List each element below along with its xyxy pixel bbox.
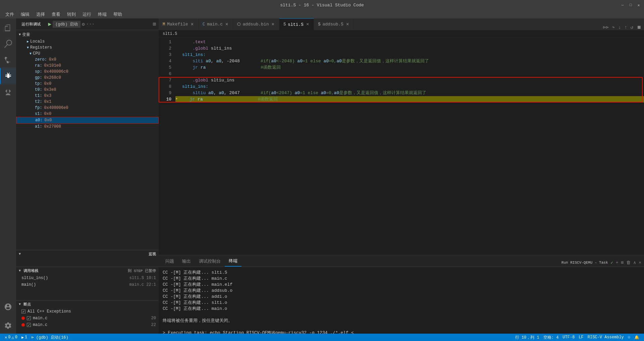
variables-header[interactable]: ▼ 变量 bbox=[16, 31, 159, 39]
status-line-ending[interactable]: LF bbox=[577, 335, 585, 340]
status-debug-active[interactable]: ▶ 1 bbox=[19, 335, 29, 340]
status-row-col[interactable]: 行 10，列 1 bbox=[513, 335, 541, 340]
breakpoints-header[interactable]: ▼ 断点 bbox=[16, 300, 159, 308]
cpu-item[interactable]: ▼ CPU bbox=[16, 51, 159, 57]
code-line-3: slti_ins: bbox=[175, 52, 644, 58]
register-item-t0[interactable]: t0:0x3e8 bbox=[16, 87, 159, 93]
debug-restart-icon[interactable]: ↺ bbox=[631, 24, 633, 30]
panel-tab-debug-console[interactable]: 调试控制台 bbox=[195, 256, 225, 267]
debug-step-over-icon[interactable]: ↷ bbox=[612, 24, 614, 30]
bp-check-1[interactable]: ✓ bbox=[27, 316, 31, 320]
register-item-ra[interactable]: ra:0x101e0 bbox=[16, 63, 159, 69]
activity-search[interactable] bbox=[0, 36, 16, 52]
status-feedback[interactable]: ☺ bbox=[626, 335, 632, 340]
callstack-item-1[interactable]: main()main.c 22:1 bbox=[16, 281, 159, 288]
locals-item[interactable]: ▶ Locals bbox=[16, 39, 159, 45]
menu-select[interactable]: 选择 bbox=[34, 11, 48, 18]
menu-help[interactable]: 帮助 bbox=[111, 11, 125, 18]
register-item-a0[interactable]: a0:0x0 bbox=[16, 117, 159, 124]
debug-settings-icon[interactable]: ⚙ bbox=[82, 21, 85, 27]
tab-makefile[interactable]: M Makefile × bbox=[159, 18, 199, 30]
debug-step-into-icon[interactable]: ↓ bbox=[618, 25, 621, 30]
activity-account-icon[interactable] bbox=[0, 299, 16, 315]
debug-more-icon[interactable]: ··· bbox=[86, 21, 95, 27]
reg-value-gp: 0x268c0 bbox=[44, 75, 61, 80]
tab-sltis[interactable]: S slti.S × bbox=[279, 18, 314, 30]
variables-label: 变量 bbox=[22, 32, 30, 38]
status-spaces[interactable]: 空格: 4 bbox=[541, 335, 561, 340]
debug-continue-icon[interactable]: ⊳⊳ bbox=[603, 24, 608, 30]
panel-tab-problems[interactable]: 问题 bbox=[161, 256, 178, 267]
bp-check-2[interactable]: ✓ bbox=[27, 323, 31, 327]
panel-split-terminal[interactable]: ⊞ bbox=[621, 260, 624, 265]
bp-name-2: main.c bbox=[33, 323, 47, 327]
status-debug-icon: ▶ bbox=[21, 335, 24, 340]
tab-mainc[interactable]: C main.c × bbox=[199, 18, 233, 30]
panel-maximize-icon[interactable]: ∧ bbox=[633, 260, 636, 265]
callstack-header[interactable]: ▼ 调用堆栈 到 STEP 已暂停 bbox=[16, 267, 159, 275]
status-encoding[interactable]: UTF-8 bbox=[560, 335, 577, 340]
code-line-9: sltiu a0, a0, 2047 #if(a0<2047) a0=1 els… bbox=[175, 90, 644, 96]
terminal-content[interactable]: CC -[M] 正在构建... slti.SCC -[M] 正在构建... ma… bbox=[159, 267, 644, 334]
tab-addsubbin-close[interactable]: × bbox=[271, 22, 275, 27]
register-item-tp[interactable]: tp:0x0 bbox=[16, 81, 159, 87]
registers-item[interactable]: ▼ Registers bbox=[16, 45, 159, 51]
tab-addsubs[interactable]: S addsub.S × bbox=[314, 18, 354, 30]
register-item-s1[interactable]: s1:0x0 bbox=[16, 111, 159, 117]
register-item-a1[interactable]: a1:0x27008 bbox=[16, 124, 159, 130]
menu-edit[interactable]: 编辑 bbox=[18, 11, 32, 18]
activity-source-control[interactable] bbox=[0, 52, 16, 68]
register-item-t2[interactable]: t2:0x1 bbox=[16, 99, 159, 105]
register-item-sp[interactable]: sp:0x408006c0 bbox=[16, 69, 159, 75]
watch-header[interactable]: ▼ 监视 bbox=[16, 250, 159, 258]
activity-debug[interactable] bbox=[0, 68, 16, 84]
activity-explorer[interactable] bbox=[0, 20, 16, 36]
panel-trash-icon[interactable]: 🗑 bbox=[626, 260, 631, 265]
breakpoint-item-1[interactable]: ✓main.c20 bbox=[16, 315, 159, 322]
status-gdb-session[interactable]: ⊳ (gdb) 启动(16) bbox=[29, 335, 70, 340]
status-right: 行 10，列 1 空格: 4 UTF-8 LF RISC-V Assembly … bbox=[513, 335, 641, 340]
register-item-zero[interactable]: zero:0x0 bbox=[16, 57, 159, 63]
panel-close-icon[interactable]: × bbox=[639, 260, 641, 265]
breakpoint-item-0[interactable]: ✓All C++ Exceptions bbox=[16, 308, 159, 315]
status-language[interactable]: RISC-V Assembly bbox=[586, 335, 626, 340]
bp-checkbox-0[interactable]: ✓ bbox=[21, 310, 25, 314]
breadcrumb-file[interactable]: slti.S bbox=[163, 31, 177, 36]
activity-avatar[interactable] bbox=[0, 299, 16, 315]
activity-settings-icon[interactable] bbox=[0, 318, 16, 334]
tab-addsubbin[interactable]: ⬡ addsub.bin × bbox=[233, 18, 279, 30]
sidebar-action-icon[interactable]: ⊞ bbox=[153, 21, 156, 27]
tab-addsubs-close[interactable]: × bbox=[345, 22, 350, 27]
menu-run[interactable]: 运行 bbox=[80, 11, 94, 18]
register-item-fp[interactable]: fp:0x408006e0 bbox=[16, 105, 159, 111]
debug-config-select[interactable]: (gdb) 启动 bbox=[53, 21, 80, 28]
code-editor[interactable]: 12345678910 .text .globl slti_insslti_in… bbox=[159, 38, 644, 255]
locals-arrow: ▶ bbox=[27, 40, 29, 44]
tab-makefile-close[interactable]: × bbox=[190, 22, 194, 27]
status-bell[interactable]: 🔔 bbox=[632, 335, 641, 340]
minimize-button[interactable]: — bbox=[620, 2, 625, 8]
maximize-button[interactable]: □ bbox=[628, 2, 633, 8]
panel-tab-output[interactable]: 输出 bbox=[178, 256, 195, 267]
menu-view[interactable]: 查看 bbox=[49, 11, 63, 18]
debug-stop-icon[interactable]: ⏹ bbox=[637, 25, 641, 30]
tab-sltis-close[interactable]: × bbox=[306, 22, 310, 27]
status-errors[interactable]: ✕ 0 △ 0 bbox=[3, 335, 19, 340]
callstack-item-0[interactable]: sltiu_ins()slti.S 10:1 bbox=[16, 275, 159, 281]
menu-file[interactable]: 文件 bbox=[3, 11, 17, 18]
activity-extensions[interactable] bbox=[0, 84, 16, 100]
reg-name-t2: t2: bbox=[35, 99, 42, 104]
reg-value-fp: 0x408006e0 bbox=[44, 106, 68, 110]
tab-mainc-close[interactable]: × bbox=[225, 22, 229, 27]
register-item-t1[interactable]: t1:0x3 bbox=[16, 93, 159, 99]
close-button[interactable]: ✕ bbox=[636, 2, 641, 8]
register-item-gp[interactable]: gp:0x268c0 bbox=[16, 75, 159, 81]
menu-terminal[interactable]: 终端 bbox=[95, 11, 109, 18]
debug-play-button[interactable]: ▶ bbox=[48, 21, 52, 27]
panel-add-terminal[interactable]: + bbox=[616, 260, 619, 265]
menu-goto[interactable]: 转到 bbox=[64, 11, 78, 18]
breakpoint-item-2[interactable]: ✓main.c22 bbox=[16, 322, 159, 328]
debug-step-out-icon[interactable]: ↑ bbox=[624, 25, 627, 30]
panel-tab-terminal[interactable]: 终端 bbox=[225, 256, 241, 267]
code-line-2: .globl slti_ins bbox=[175, 45, 644, 52]
